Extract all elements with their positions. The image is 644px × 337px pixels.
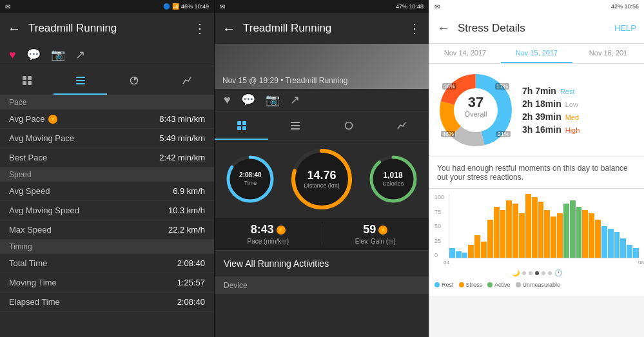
date-tab-nov15[interactable]: Nov 15, 2017 bbox=[501, 44, 572, 63]
chart-bar bbox=[538, 194, 544, 258]
action-row: ♥ 💬 📷 ↗ bbox=[0, 44, 214, 66]
section-pace: Pace bbox=[0, 95, 214, 110]
chart-bar bbox=[462, 194, 468, 258]
stat-avg-moving-pace: Avg Moving Pace 5:49 min/km bbox=[0, 129, 214, 148]
stat-total-time: Total Time 2:08:40 bbox=[0, 254, 214, 273]
pace-elev-row: 8:43 ⚡ Pace (min/km) 59 ⚡ Elev. Gain (m) bbox=[215, 218, 429, 250]
tab-segments[interactable] bbox=[107, 66, 161, 95]
tab-chart[interactable] bbox=[161, 66, 214, 95]
legend-high: 3h 16min High bbox=[522, 124, 580, 135]
legend-active-chart: Active bbox=[487, 282, 511, 288]
date-tabs: Nov 14, 2017 Nov 15, 2017 Nov 16, 201 bbox=[429, 44, 644, 64]
svg-rect-14 bbox=[291, 128, 300, 130]
sleep-icon: 🌙 bbox=[512, 269, 520, 276]
distance-value: 14.76 bbox=[307, 169, 336, 181]
svg-rect-13 bbox=[291, 125, 300, 126]
share-icon[interactable]: ↗ bbox=[75, 48, 85, 62]
page-title-3: Stress Details bbox=[458, 22, 614, 35]
chart-bar bbox=[570, 194, 576, 258]
chart-bar bbox=[544, 194, 550, 258]
tab-summary-2[interactable] bbox=[215, 111, 268, 140]
time-value: 2:08:40 bbox=[239, 172, 261, 178]
svg-rect-8 bbox=[237, 121, 241, 125]
svg-rect-1 bbox=[28, 76, 32, 80]
chart-bar bbox=[614, 194, 620, 258]
clock-icon: 🕐 bbox=[554, 269, 562, 276]
camera-icon-2[interactable]: 📷 bbox=[266, 93, 280, 107]
activity-date: Nov 15 @ 19:29 • Treadmill Running bbox=[222, 76, 347, 85]
toolbar-2: ← Treadmill Running ⋮ bbox=[215, 13, 429, 44]
activity-image: Nov 15 @ 19:29 • Treadmill Running bbox=[215, 44, 429, 89]
chart-bar bbox=[563, 194, 569, 258]
battery-3: 42% 10:56 bbox=[611, 3, 639, 10]
back-button-3[interactable]: ← bbox=[437, 21, 450, 35]
chart-bar bbox=[589, 194, 594, 258]
back-button[interactable]: ← bbox=[8, 21, 21, 36]
tab-bar-2 bbox=[215, 111, 429, 140]
date-tab-nov16[interactable]: Nov 16, 201 bbox=[572, 44, 644, 63]
svg-rect-9 bbox=[242, 121, 246, 125]
chart-bar bbox=[456, 194, 462, 258]
calories-label: Calories bbox=[382, 180, 404, 187]
toolbar-3: ← Stress Details HELP bbox=[429, 13, 644, 44]
device-header: Device bbox=[215, 277, 429, 294]
dot-1 bbox=[522, 271, 526, 275]
pace-icon: ⚡ bbox=[48, 115, 57, 124]
svg-rect-2 bbox=[23, 81, 26, 85]
legend-stress-chart: Stress bbox=[459, 282, 483, 288]
tab-summary[interactable] bbox=[0, 66, 54, 95]
panel-stress-details: ✉ 42% 10:56 ← Stress Details HELP Nov 14… bbox=[429, 0, 644, 337]
stress-message: You had enough restful moments on this d… bbox=[429, 157, 644, 189]
svg-point-15 bbox=[345, 122, 352, 130]
help-button[interactable]: HELP bbox=[614, 23, 636, 33]
view-all-running-activities[interactable]: View All Running Activities bbox=[215, 250, 429, 277]
comment-icon[interactable]: 💬 bbox=[26, 48, 41, 62]
chart-bar bbox=[582, 194, 588, 258]
chart-bar bbox=[601, 194, 607, 258]
unmeasurable-dot bbox=[516, 282, 521, 287]
like-icon-2[interactable]: ♥ bbox=[224, 93, 231, 107]
bluetooth-icon: 🔵 bbox=[163, 3, 170, 10]
comment-icon-2[interactable]: 💬 bbox=[241, 93, 255, 107]
tab-details[interactable] bbox=[54, 66, 107, 95]
distance-label: Distance (km) bbox=[304, 182, 340, 189]
tab-bar bbox=[0, 66, 214, 95]
action-row-2: ♥ 💬 📷 ↗ bbox=[215, 89, 429, 111]
chart-bars bbox=[449, 194, 639, 258]
stress-content: 37 Overall 16% 17% 46% 21% 7h 7min Rest … bbox=[429, 64, 644, 337]
stat-best-pace: Best Pace 2:42 min/km bbox=[0, 148, 214, 168]
camera-icon[interactable]: 📷 bbox=[51, 48, 65, 62]
chart-bar bbox=[474, 194, 480, 258]
chart-bar bbox=[532, 194, 538, 258]
tab-segments-2[interactable] bbox=[322, 111, 375, 140]
tab-chart-2[interactable] bbox=[375, 111, 429, 140]
svg-text:Overall: Overall bbox=[465, 110, 487, 118]
battery-level: 46% 10:49 bbox=[181, 3, 209, 10]
stat-avg-moving-speed: Avg Moving Speed 10.3 km/h bbox=[0, 201, 214, 220]
more-button[interactable]: ⋮ bbox=[193, 21, 206, 36]
chart-bar bbox=[557, 194, 563, 258]
like-icon[interactable]: ♥ bbox=[9, 48, 16, 62]
chart-legend-row: Rest Stress Active Unmeasurable bbox=[429, 279, 644, 291]
status-bar-3: ✉ 42% 10:56 bbox=[429, 0, 644, 13]
stat-elapsed-time: Elapsed Time 2:08:40 bbox=[0, 293, 214, 312]
svg-text:37: 37 bbox=[468, 94, 483, 110]
share-icon-2[interactable]: ↗ bbox=[290, 93, 300, 107]
gmail-icon-3: ✉ bbox=[434, 3, 440, 10]
chart-pagination: 🌙 🕐 bbox=[429, 267, 644, 279]
chart-x-labels: 04 08 bbox=[444, 258, 644, 267]
date-tab-nov14[interactable]: Nov 14, 2017 bbox=[429, 44, 501, 63]
chart-bar bbox=[512, 194, 518, 258]
rest-dot bbox=[434, 282, 440, 287]
chart-bar bbox=[468, 194, 474, 258]
svg-rect-4 bbox=[76, 77, 85, 78]
back-button-2[interactable]: ← bbox=[222, 21, 235, 36]
more-button-2[interactable]: ⋮ bbox=[408, 21, 421, 36]
legend-rest: 7h 7min Rest bbox=[522, 86, 580, 96]
tab-details-2[interactable] bbox=[268, 111, 322, 140]
metric-time: 2:08:40 Time bbox=[224, 153, 276, 205]
legend-med: 2h 39min Med bbox=[522, 111, 580, 122]
dot-4 bbox=[542, 271, 545, 275]
chart-bar bbox=[525, 194, 531, 258]
svg-rect-11 bbox=[242, 126, 246, 130]
